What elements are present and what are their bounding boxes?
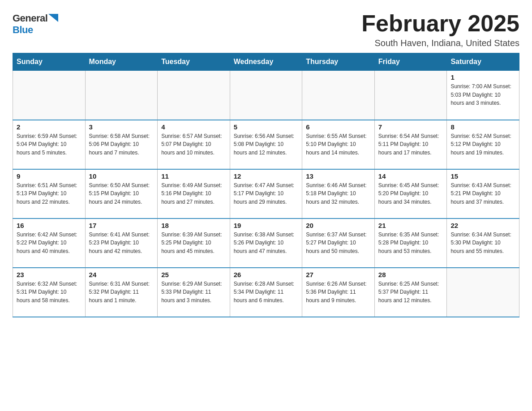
day-number: 9 [17, 172, 82, 180]
day-info: Sunrise: 6:34 AM Sunset: 5:30 PM Dayligh… [450, 231, 515, 256]
day-number: 27 [306, 271, 371, 278]
day-info: Sunrise: 6:55 AM Sunset: 5:10 PM Dayligh… [306, 132, 371, 157]
day-number: 2 [17, 123, 82, 131]
day-info: Sunrise: 6:28 AM Sunset: 5:34 PM Dayligh… [234, 280, 299, 305]
day-number: 22 [450, 222, 515, 229]
day-info: Sunrise: 6:31 AM Sunset: 5:32 PM Dayligh… [89, 280, 154, 305]
day-info: Sunrise: 6:26 AM Sunset: 5:36 PM Dayligh… [306, 280, 371, 305]
day-info: Sunrise: 6:52 AM Sunset: 5:12 PM Dayligh… [450, 132, 515, 157]
day-info: Sunrise: 6:41 AM Sunset: 5:23 PM Dayligh… [89, 231, 154, 256]
day-cell: 19Sunrise: 6:38 AM Sunset: 5:26 PM Dayli… [230, 218, 302, 268]
day-cell: 11Sunrise: 6:49 AM Sunset: 5:16 PM Dayli… [158, 169, 230, 218]
day-info: Sunrise: 6:39 AM Sunset: 5:25 PM Dayligh… [161, 231, 226, 256]
day-info: Sunrise: 6:49 AM Sunset: 5:16 PM Dayligh… [161, 181, 226, 206]
header-cell-saturday: Saturday [447, 53, 519, 71]
day-info: Sunrise: 6:42 AM Sunset: 5:22 PM Dayligh… [17, 231, 82, 256]
day-cell: 5Sunrise: 6:56 AM Sunset: 5:08 PM Daylig… [230, 120, 302, 169]
day-cell: 26Sunrise: 6:28 AM Sunset: 5:34 PM Dayli… [230, 268, 302, 317]
day-info: Sunrise: 6:32 AM Sunset: 5:31 PM Dayligh… [17, 280, 82, 305]
week-row-0: 1Sunrise: 7:00 AM Sunset: 5:03 PM Daylig… [13, 71, 519, 120]
day-number: 26 [234, 271, 299, 278]
day-cell [374, 71, 447, 120]
day-cell: 23Sunrise: 6:32 AM Sunset: 5:31 PM Dayli… [13, 268, 86, 317]
day-info: Sunrise: 6:38 AM Sunset: 5:26 PM Dayligh… [234, 231, 299, 256]
header-cell-tuesday: Tuesday [158, 53, 230, 71]
day-info: Sunrise: 6:43 AM Sunset: 5:21 PM Dayligh… [450, 181, 515, 206]
day-info: Sunrise: 6:35 AM Sunset: 5:28 PM Dayligh… [378, 231, 443, 256]
day-info: Sunrise: 6:25 AM Sunset: 5:37 PM Dayligh… [378, 280, 443, 305]
logo-blue-text: Blue [13, 24, 33, 35]
day-info: Sunrise: 6:54 AM Sunset: 5:11 PM Dayligh… [378, 132, 443, 157]
day-cell: 17Sunrise: 6:41 AM Sunset: 5:23 PM Dayli… [85, 218, 158, 268]
header-cell-sunday: Sunday [13, 53, 86, 71]
day-cell: 2Sunrise: 6:59 AM Sunset: 5:04 PM Daylig… [13, 120, 86, 169]
day-number: 17 [89, 222, 154, 229]
day-cell: 13Sunrise: 6:46 AM Sunset: 5:18 PM Dayli… [302, 169, 375, 218]
day-cell: 18Sunrise: 6:39 AM Sunset: 5:25 PM Dayli… [158, 218, 230, 268]
day-cell: 3Sunrise: 6:58 AM Sunset: 5:06 PM Daylig… [85, 120, 158, 169]
day-number: 24 [89, 271, 154, 278]
day-number: 4 [161, 123, 226, 131]
day-cell: 28Sunrise: 6:25 AM Sunset: 5:37 PM Dayli… [374, 268, 447, 317]
week-row-1: 2Sunrise: 6:59 AM Sunset: 5:04 PM Daylig… [13, 120, 519, 169]
day-cell: 8Sunrise: 6:52 AM Sunset: 5:12 PM Daylig… [447, 120, 519, 169]
day-cell: 7Sunrise: 6:54 AM Sunset: 5:11 PM Daylig… [374, 120, 447, 169]
day-number: 8 [450, 123, 515, 131]
day-cell: 25Sunrise: 6:29 AM Sunset: 5:33 PM Dayli… [158, 268, 230, 317]
day-number: 23 [17, 271, 82, 278]
day-info: Sunrise: 6:47 AM Sunset: 5:17 PM Dayligh… [234, 181, 299, 206]
week-row-2: 9Sunrise: 6:51 AM Sunset: 5:13 PM Daylig… [13, 169, 519, 218]
day-info: Sunrise: 6:45 AM Sunset: 5:20 PM Dayligh… [378, 181, 443, 206]
page-header: General Blue February 2025 South Haven, … [13, 11, 519, 48]
day-cell [447, 268, 519, 317]
day-cell [230, 71, 302, 120]
logo: General Blue [13, 11, 58, 36]
day-number: 16 [17, 222, 82, 229]
day-cell: 20Sunrise: 6:37 AM Sunset: 5:27 PM Dayli… [302, 218, 375, 268]
day-cell: 27Sunrise: 6:26 AM Sunset: 5:36 PM Dayli… [302, 268, 375, 317]
day-cell: 9Sunrise: 6:51 AM Sunset: 5:13 PM Daylig… [13, 169, 86, 218]
day-info: Sunrise: 6:58 AM Sunset: 5:06 PM Dayligh… [89, 132, 154, 157]
day-info: Sunrise: 6:29 AM Sunset: 5:33 PM Dayligh… [161, 280, 226, 305]
day-cell: 6Sunrise: 6:55 AM Sunset: 5:10 PM Daylig… [302, 120, 375, 169]
day-info: Sunrise: 6:37 AM Sunset: 5:27 PM Dayligh… [306, 231, 371, 256]
day-info: Sunrise: 6:46 AM Sunset: 5:18 PM Dayligh… [306, 181, 371, 206]
day-number: 21 [378, 222, 443, 229]
day-number: 28 [378, 271, 443, 278]
day-cell [158, 71, 230, 120]
week-row-4: 23Sunrise: 6:32 AM Sunset: 5:31 PM Dayli… [13, 268, 519, 317]
day-cell: 21Sunrise: 6:35 AM Sunset: 5:28 PM Dayli… [374, 218, 447, 268]
day-number: 15 [450, 172, 515, 180]
day-cell: 22Sunrise: 6:34 AM Sunset: 5:30 PM Dayli… [447, 218, 519, 268]
day-cell: 1Sunrise: 7:00 AM Sunset: 5:03 PM Daylig… [447, 71, 519, 120]
day-number: 6 [306, 123, 371, 131]
day-cell: 14Sunrise: 6:45 AM Sunset: 5:20 PM Dayli… [374, 169, 447, 218]
logo-triangle-icon [48, 14, 58, 22]
day-info: Sunrise: 6:59 AM Sunset: 5:04 PM Dayligh… [17, 132, 82, 157]
month-title: February 2025 [361, 11, 519, 36]
day-number: 5 [234, 123, 299, 131]
calendar-table: SundayMondayTuesdayWednesdayThursdayFrid… [13, 53, 519, 317]
header-row: SundayMondayTuesdayWednesdayThursdayFrid… [13, 53, 519, 71]
day-number: 12 [234, 172, 299, 180]
week-row-3: 16Sunrise: 6:42 AM Sunset: 5:22 PM Dayli… [13, 218, 519, 268]
day-cell: 15Sunrise: 6:43 AM Sunset: 5:21 PM Dayli… [447, 169, 519, 218]
day-number: 11 [161, 172, 226, 180]
day-number: 20 [306, 222, 371, 229]
day-number: 10 [89, 172, 154, 180]
svg-marker-0 [48, 14, 58, 22]
location-text: South Haven, Indiana, United States [361, 38, 519, 48]
day-number: 25 [161, 271, 226, 278]
day-number: 19 [234, 222, 299, 229]
logo-general-text: General [13, 13, 47, 24]
day-number: 3 [89, 123, 154, 131]
day-info: Sunrise: 6:51 AM Sunset: 5:13 PM Dayligh… [17, 181, 82, 206]
day-cell [302, 71, 375, 120]
day-cell: 4Sunrise: 6:57 AM Sunset: 5:07 PM Daylig… [158, 120, 230, 169]
day-cell: 12Sunrise: 6:47 AM Sunset: 5:17 PM Dayli… [230, 169, 302, 218]
day-number: 1 [450, 73, 515, 81]
day-info: Sunrise: 6:50 AM Sunset: 5:15 PM Dayligh… [89, 181, 154, 206]
day-info: Sunrise: 7:00 AM Sunset: 5:03 PM Dayligh… [450, 82, 515, 107]
day-info: Sunrise: 6:56 AM Sunset: 5:08 PM Dayligh… [234, 132, 299, 157]
day-cell: 24Sunrise: 6:31 AM Sunset: 5:32 PM Dayli… [85, 268, 158, 317]
